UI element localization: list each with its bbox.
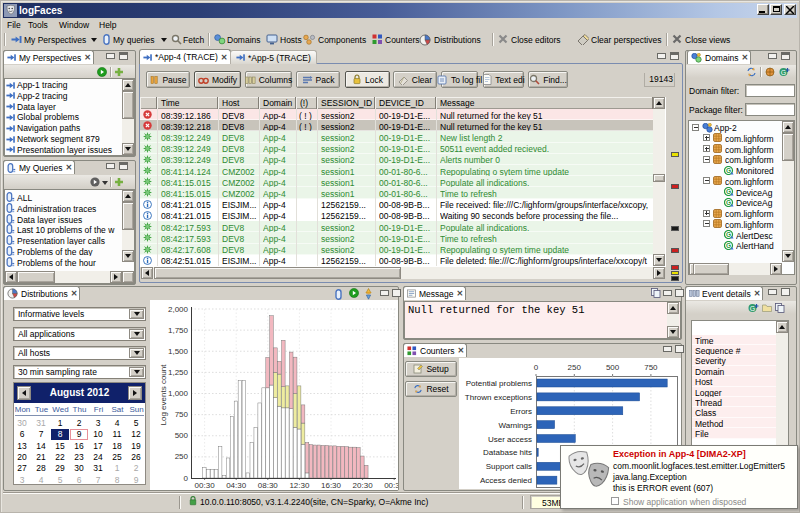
svg-text:0: 0	[534, 363, 539, 372]
svg-text:750: 750	[175, 410, 189, 419]
svg-text:G: G	[750, 305, 755, 312]
svg-text:Access denied: Access denied	[480, 476, 532, 485]
svg-text:G: G	[726, 242, 731, 249]
svg-text:G: G	[726, 188, 731, 195]
svg-text:G: G	[726, 231, 731, 238]
svg-text:16:30: 16:30	[321, 481, 342, 490]
svg-text:Database hits: Database hits	[483, 448, 532, 457]
svg-text:1,500: 1,500	[168, 347, 189, 356]
svg-text:G: G	[726, 199, 731, 206]
svg-text:20:30: 20:30	[353, 481, 374, 490]
svg-text:500: 500	[606, 363, 620, 372]
svg-text:04:30: 04:30	[226, 481, 247, 490]
svg-text:Warnings: Warnings	[499, 421, 533, 430]
svg-text:Log events count: Log events count	[159, 364, 168, 426]
svg-text:1,250: 1,250	[168, 368, 189, 377]
svg-text:Errors: Errors	[510, 407, 532, 416]
svg-text:250: 250	[175, 452, 189, 461]
svg-text:750: 750	[644, 363, 658, 372]
svg-text:G: G	[726, 167, 731, 174]
svg-text:Thrown exceptions: Thrown exceptions	[465, 393, 532, 402]
svg-text:0: 0	[184, 474, 189, 483]
svg-text:Support calls: Support calls	[486, 462, 532, 471]
svg-text:1,750: 1,750	[168, 326, 189, 335]
svg-text:08:30: 08:30	[258, 481, 279, 490]
svg-text:00:30: 00:30	[384, 481, 398, 490]
svg-text:User access: User access	[488, 435, 532, 444]
svg-text:1,000: 1,000	[168, 389, 189, 398]
svg-text:250: 250	[568, 363, 582, 372]
svg-text:00:30: 00:30	[195, 481, 216, 490]
svg-text:500: 500	[175, 431, 189, 440]
svg-text:12:30: 12:30	[289, 481, 310, 490]
svg-text:Potential problems: Potential problems	[466, 379, 532, 388]
svg-text:2,000: 2,000	[168, 305, 189, 314]
svg-text:G: G	[781, 69, 786, 76]
